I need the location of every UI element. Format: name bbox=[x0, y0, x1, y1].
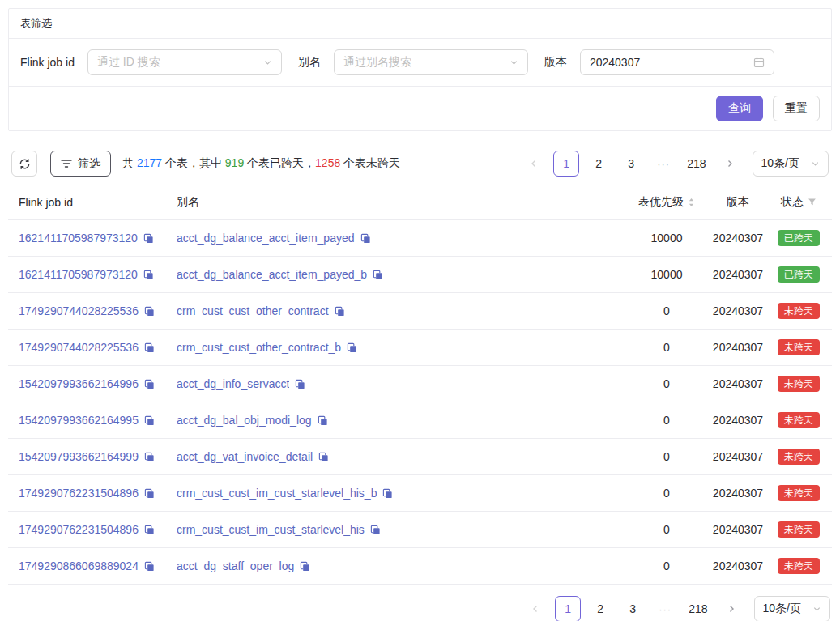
pagination-page-3[interactable]: 3 bbox=[618, 151, 644, 177]
row-alias-link[interactable]: crm_cust_cust_other_contract_b bbox=[177, 341, 341, 354]
row-version: 20240307 bbox=[701, 450, 775, 463]
copy-icon[interactable] bbox=[347, 342, 357, 353]
row-id-link[interactable]: 1542097993662164995 bbox=[19, 414, 139, 427]
field-flink-job-id: Flink job id 通过 ID 搜索 bbox=[20, 49, 282, 75]
pagination-ellipsis[interactable]: ··· bbox=[650, 151, 676, 177]
row-id-link[interactable]: 1749290744028225536 bbox=[19, 304, 139, 317]
reset-button[interactable]: 重置 bbox=[773, 96, 820, 121]
chevron-down-icon bbox=[263, 58, 272, 67]
pagination-page-3[interactable]: 3 bbox=[620, 596, 646, 621]
alias-select[interactable]: 通过别名搜索 bbox=[334, 49, 528, 75]
chevron-down-icon bbox=[510, 58, 518, 67]
row-alias-link[interactable]: crm_cust_cust_im_cust_starlevel_his bbox=[177, 523, 365, 536]
filter-funnel-icon[interactable] bbox=[808, 198, 817, 206]
row-version: 20240307 bbox=[701, 268, 775, 281]
pagination-page-2[interactable]: 2 bbox=[586, 151, 612, 177]
alias-placeholder: 通过别名搜索 bbox=[343, 55, 411, 70]
pagination-page-1[interactable]: 1 bbox=[553, 151, 579, 177]
row-alias-link[interactable]: acct_dg_staff_oper_log bbox=[177, 559, 294, 572]
status-badge: 未跨天 bbox=[778, 558, 820, 574]
pagination-ellipsis[interactable]: ··· bbox=[652, 596, 678, 621]
row-id-link[interactable]: 1749290762231504896 bbox=[19, 523, 139, 536]
copy-icon[interactable] bbox=[144, 561, 155, 572]
filter-fields: Flink job id 通过 ID 搜索 别名 通过别名搜索 bbox=[9, 39, 831, 87]
row-priority: 0 bbox=[633, 304, 701, 317]
copy-icon[interactable] bbox=[144, 488, 155, 499]
copy-icon[interactable] bbox=[143, 233, 154, 244]
status-badge: 未跨天 bbox=[778, 376, 820, 392]
field-alias: 别名 通过别名搜索 bbox=[298, 49, 528, 75]
pagination-page-218[interactable]: 218 bbox=[684, 596, 711, 621]
copy-icon[interactable] bbox=[300, 561, 310, 572]
pagination-next[interactable] bbox=[718, 596, 744, 621]
row-id-link[interactable]: 1749290762231504896 bbox=[19, 487, 139, 500]
table-row: 1621411705987973120 acct_dg_balance_acct… bbox=[8, 220, 832, 257]
filter-panel: 表筛选 Flink job id 通过 ID 搜索 别名 通过别名搜索 bbox=[8, 8, 832, 131]
page-size-value: 10条/页 bbox=[761, 156, 799, 171]
row-id-link[interactable]: 1749290744028225536 bbox=[19, 341, 139, 354]
pagination-page-218[interactable]: 218 bbox=[683, 151, 710, 177]
copy-icon[interactable] bbox=[370, 525, 381, 535]
copy-icon[interactable] bbox=[143, 270, 154, 280]
row-version: 20240307 bbox=[701, 559, 775, 572]
row-alias-link[interactable]: crm_cust_cust_im_cust_starlevel_his_b bbox=[177, 487, 377, 500]
copy-icon[interactable] bbox=[144, 306, 155, 317]
pagination-next[interactable] bbox=[717, 151, 743, 177]
row-alias-link[interactable]: acct_dg_info_servacct bbox=[177, 377, 289, 390]
row-priority: 0 bbox=[633, 341, 701, 354]
toolbar: 筛选 共 2177 个表，其中 919 个表已跨天，1258 个表未跨天 123… bbox=[8, 151, 832, 177]
refresh-button[interactable] bbox=[11, 151, 37, 177]
copy-icon[interactable] bbox=[144, 452, 155, 462]
pagination-slot: 123···218 10条/页 bbox=[519, 596, 830, 621]
page-size-select[interactable]: 10条/页 bbox=[754, 596, 830, 621]
row-alias-link[interactable]: acct_dg_balance_acct_item_payed bbox=[177, 232, 355, 245]
status-badge: 未跨天 bbox=[778, 485, 820, 501]
priority-header-label: 表优先级 bbox=[638, 195, 684, 210]
row-id-link[interactable]: 1621411705987973120 bbox=[19, 268, 138, 281]
copy-icon[interactable] bbox=[318, 415, 328, 426]
flink-job-id-select[interactable]: 通过 ID 搜索 bbox=[87, 49, 282, 75]
copy-icon[interactable] bbox=[144, 415, 155, 426]
copy-icon[interactable] bbox=[144, 525, 155, 535]
pagination-slot: 123···218 10条/页 bbox=[518, 151, 829, 177]
copy-icon[interactable] bbox=[382, 488, 393, 499]
query-button[interactable]: 查询 bbox=[716, 96, 763, 121]
filter-button[interactable]: 筛选 bbox=[50, 151, 111, 177]
status-badge: 未跨天 bbox=[778, 521, 820, 538]
row-alias-link[interactable]: acct_dg_vat_invoice_detail bbox=[177, 450, 313, 463]
not-crossed-count: 1258 bbox=[315, 156, 340, 169]
copy-icon[interactable] bbox=[360, 233, 371, 244]
row-alias-link[interactable]: crm_cust_cust_other_contract bbox=[177, 304, 329, 317]
row-priority: 0 bbox=[633, 450, 701, 463]
version-date-input[interactable]: 20240307 bbox=[580, 49, 774, 75]
table-row: 1542097993662164999 acct_dg_vat_invoice_… bbox=[8, 439, 832, 475]
col-header-priority: 表优先级 bbox=[633, 195, 701, 210]
copy-icon[interactable] bbox=[144, 342, 155, 353]
copy-icon[interactable] bbox=[144, 379, 155, 389]
row-alias-link[interactable]: acct_dg_bal_obj_modi_log bbox=[177, 414, 312, 427]
pagination-page-1[interactable]: 1 bbox=[555, 596, 581, 621]
table-row: 1749290866069889024 acct_dg_staff_oper_l… bbox=[8, 548, 832, 585]
row-id-link[interactable]: 1542097993662164999 bbox=[19, 450, 139, 463]
chevron-down-icon bbox=[812, 605, 821, 614]
row-id-link[interactable]: 1621411705987973120 bbox=[19, 232, 138, 245]
row-alias-link[interactable]: acct_dg_balance_acct_item_payed_b bbox=[177, 268, 367, 281]
pagination-prev[interactable] bbox=[521, 151, 547, 177]
page-size-select[interactable]: 10条/页 bbox=[753, 151, 829, 177]
summary-part4: 个表未跨天 bbox=[340, 156, 400, 169]
pagination-page-2[interactable]: 2 bbox=[587, 596, 613, 621]
row-id-link[interactable]: 1749290866069889024 bbox=[19, 559, 139, 572]
sort-icon[interactable] bbox=[688, 197, 695, 208]
row-id-link[interactable]: 1542097993662164996 bbox=[19, 377, 139, 390]
table-body: 1621411705987973120 acct_dg_balance_acct… bbox=[8, 220, 832, 585]
copy-icon[interactable] bbox=[295, 379, 305, 389]
table-row: 1749290762231504896 crm_cust_cust_im_cus… bbox=[8, 512, 832, 548]
version-value: 20240307 bbox=[590, 56, 640, 69]
table-row: 1749290744028225536 crm_cust_cust_other_… bbox=[8, 330, 832, 366]
copy-icon[interactable] bbox=[318, 452, 329, 462]
copy-icon[interactable] bbox=[373, 270, 383, 280]
copy-icon[interactable] bbox=[335, 306, 345, 317]
pagination-prev[interactable] bbox=[522, 596, 548, 621]
status-badge: 已跨天 bbox=[778, 266, 820, 283]
pagination-pages: 123···218 bbox=[550, 151, 713, 177]
